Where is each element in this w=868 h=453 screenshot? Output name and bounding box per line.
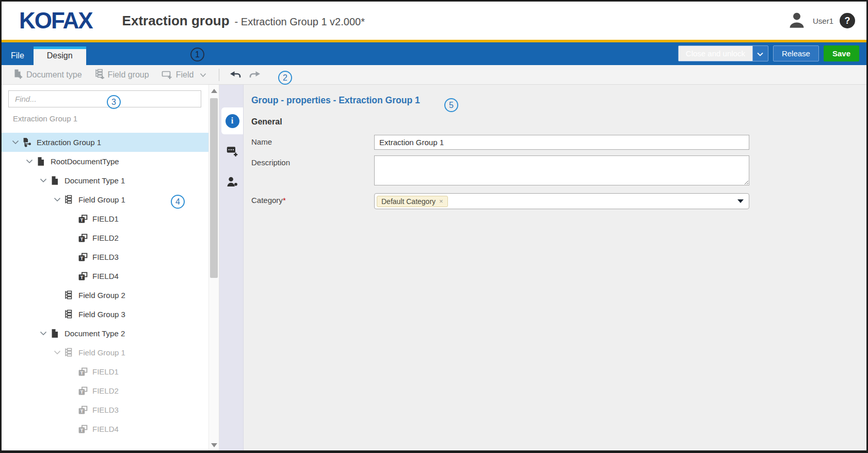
- description-input[interactable]: [374, 155, 749, 185]
- scrollbar-thumb[interactable]: [210, 98, 218, 278]
- user-name: User1: [813, 17, 833, 25]
- redo-button[interactable]: [246, 65, 264, 84]
- tab-design[interactable]: Design: [34, 46, 86, 65]
- chevron-down-icon[interactable]: [51, 350, 64, 355]
- tree-item[interactable]: Field Group 3: [2, 305, 219, 324]
- tree-item[interactable]: Document Type 1: [2, 171, 219, 190]
- tree-item[interactable]: TFIELD4: [2, 419, 219, 439]
- redo-icon: [249, 70, 261, 80]
- tree-item[interactable]: TFIELD2: [2, 228, 219, 247]
- section-general: General: [251, 117, 856, 127]
- chevron-down-icon[interactable]: [51, 197, 64, 202]
- chevron-down-icon: [757, 49, 763, 58]
- toolbar: Document type Field group Field: [2, 65, 866, 85]
- tree-item-label: RootDocumentType: [51, 157, 119, 166]
- combo-dropdown-icon[interactable]: [737, 199, 744, 203]
- name-input[interactable]: [374, 135, 749, 150]
- scroll-down-icon[interactable]: [211, 443, 217, 447]
- release-button[interactable]: Release: [773, 45, 819, 61]
- field-icon: T: [78, 271, 92, 281]
- chevron-down-icon[interactable]: [9, 140, 22, 145]
- callout-2: 2: [278, 71, 292, 85]
- svg-text:T: T: [80, 236, 83, 242]
- find-box: [8, 90, 201, 107]
- tree-item[interactable]: Extraction Group 1: [2, 133, 219, 152]
- field-group-label: Field group: [108, 70, 149, 80]
- tree-item-label: Field Group 3: [78, 310, 125, 319]
- tree-item[interactable]: TFIELD4: [2, 267, 219, 286]
- doctype-icon: [50, 176, 65, 185]
- description-label: Description: [251, 155, 374, 188]
- add-field-button[interactable]: Field: [156, 65, 212, 84]
- tree-item[interactable]: Field Group 2: [2, 286, 219, 305]
- fieldgroup-icon: [64, 348, 78, 357]
- scroll-up-icon[interactable]: [211, 89, 217, 93]
- help-icon[interactable]: ?: [840, 13, 855, 28]
- chevron-down-icon[interactable]: [23, 159, 36, 164]
- chip-remove-icon[interactable]: ×: [439, 197, 443, 205]
- field-icon: T: [78, 405, 92, 415]
- tree-item[interactable]: Field Group 1: [2, 190, 219, 209]
- tree-item[interactable]: TFIELD3: [2, 400, 219, 419]
- tree: Extraction Group 1RootDocumentTypeDocume…: [2, 133, 219, 439]
- callout-3: 3: [107, 95, 121, 109]
- tab-design-label: Design: [47, 51, 73, 60]
- users-icon: [226, 176, 238, 190]
- callout-4: 4: [171, 195, 185, 209]
- search-input[interactable]: [14, 94, 196, 104]
- tree-item[interactable]: RootDocumentType: [2, 152, 219, 171]
- toolbar-separator: [219, 69, 219, 81]
- close-and-unlock-button[interactable]: Close and unlock: [679, 46, 752, 61]
- tab-add-locale[interactable]: [221, 138, 243, 165]
- tree-item-label: Document Type 1: [65, 176, 125, 185]
- field-icon: T: [78, 233, 92, 243]
- chevron-down-icon[interactable]: [37, 178, 50, 183]
- tree-item-label: FIELD4: [92, 425, 119, 433]
- svg-text:T: T: [80, 274, 83, 280]
- svg-text:T: T: [80, 255, 83, 261]
- field-group-add-icon: [94, 69, 105, 81]
- category-combobox[interactable]: Default Category ×: [374, 193, 749, 209]
- tree-item[interactable]: TFIELD1: [2, 209, 219, 228]
- tree-item[interactable]: TFIELD2: [2, 381, 219, 400]
- tree-item[interactable]: TFIELD3: [2, 247, 219, 267]
- tree-item[interactable]: Field Group 1: [2, 343, 219, 362]
- add-field-group-button[interactable]: Field group: [89, 65, 154, 84]
- tab-file[interactable]: File: [2, 46, 34, 65]
- tree-item-label: FIELD1: [92, 367, 119, 376]
- tree-item-label: FIELD4: [92, 272, 119, 280]
- tree-item-label: Document Type 2: [65, 329, 125, 338]
- category-row: Category* Default Category ×: [251, 193, 856, 209]
- close-and-unlock-dropdown[interactable]: [752, 46, 768, 61]
- tab-users[interactable]: [221, 169, 243, 196]
- tab-general-info[interactable]: i: [221, 107, 243, 134]
- add-locale-icon: [226, 145, 238, 159]
- field-icon: T: [78, 386, 92, 396]
- tree-item-label: FIELD3: [92, 253, 119, 261]
- fieldgroup-icon: [64, 290, 78, 300]
- tree-item[interactable]: Document Type 2: [2, 324, 219, 343]
- callout-1: 1: [190, 48, 204, 61]
- field-icon: T: [78, 252, 92, 262]
- doctype-icon: [36, 157, 51, 166]
- svg-text:T: T: [80, 370, 83, 376]
- properties-title: Group - properties - Extraction Group 1: [251, 95, 856, 106]
- tree-item[interactable]: TFIELD1: [2, 362, 219, 381]
- category-label-text: Category: [251, 196, 283, 205]
- description-row: Description: [251, 155, 856, 188]
- page-title: Extraction group: [122, 13, 230, 29]
- category-chip-label: Default Category: [381, 197, 436, 206]
- svg-text:T: T: [80, 217, 83, 223]
- add-document-type-button[interactable]: Document type: [8, 65, 87, 84]
- document-type-label: Document type: [26, 70, 82, 80]
- properties-panel: Group - properties - Extraction Group 1 …: [244, 85, 866, 450]
- field-label: Field: [176, 70, 194, 80]
- save-button[interactable]: Save: [824, 45, 859, 61]
- undo-button[interactable]: [227, 65, 244, 84]
- tree-item-label: Field Group 1: [78, 348, 125, 357]
- chevron-down-icon[interactable]: [37, 331, 50, 336]
- field-icon: T: [78, 214, 92, 224]
- tree-scrollbar[interactable]: [208, 85, 219, 450]
- category-chip: Default Category ×: [377, 196, 448, 207]
- field-icon: T: [78, 424, 92, 434]
